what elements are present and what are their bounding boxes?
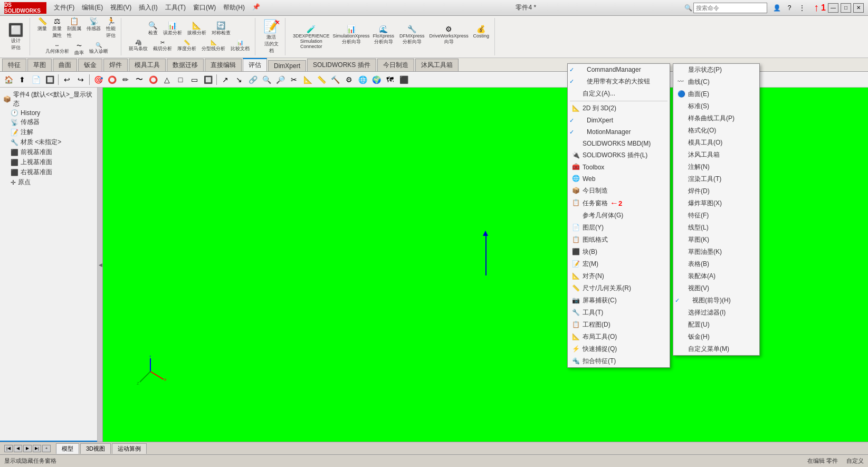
dd-align[interactable]: 📐 对齐(N) <box>568 270 670 282</box>
trim-btn[interactable]: ✂ <box>288 74 300 85</box>
dd-mbd[interactable]: SOLIDWORKS MBD(M) <box>568 138 670 149</box>
restore-button[interactable]: □ <box>841 3 851 13</box>
menu-file[interactable]: 文件(F) <box>51 2 78 13</box>
tab-dimxpert[interactable]: DimXpert <box>268 60 306 71</box>
part-root[interactable]: 📦 零件4 (默认<<默认>_显示状态 <box>2 90 95 109</box>
curvature-btn[interactable]: 〜 曲率 <box>72 41 86 58</box>
sensor-btn[interactable]: 📡 传感器 <box>84 16 103 40</box>
dd2-features[interactable]: 特征(F) <box>673 209 759 222</box>
dd-quicksnap[interactable]: ⚡ 快速捕捉(Q) <box>568 343 670 355</box>
tab-model[interactable]: 模型 <box>56 443 79 454</box>
mass-properties-btn[interactable]: ⚖ 质量属性 <box>50 16 64 40</box>
redo-btn[interactable]: ↪ <box>74 74 87 85</box>
rect-btn[interactable]: □ <box>174 74 187 85</box>
globe2-btn[interactable]: 🌍 <box>370 74 383 85</box>
dd2-sheetmetal[interactable]: 钣金(H) <box>673 331 759 343</box>
nav-next[interactable]: ▶ <box>23 445 32 452</box>
dd-snapfeature[interactable]: 🔩 扣合特征(T) <box>568 355 670 367</box>
design-evaluate-btn[interactable]: 🔲 设计评估 <box>5 21 26 53</box>
menu-insert[interactable]: 插入(I) <box>136 2 160 13</box>
floXpress-btn[interactable]: 🌊 FloXpress分析向导 <box>371 24 397 50</box>
thickness-btn[interactable]: 📏厚度分析 <box>175 39 198 53</box>
costing-btn[interactable]: 💰 Costing <box>471 24 492 50</box>
spline-btn[interactable]: 〜 <box>133 74 146 85</box>
dd2-linestyle[interactable]: 线型(L) <box>673 222 759 234</box>
close-button[interactable]: ✕ <box>853 3 864 13</box>
dd2-select-filter[interactable]: 选择过滤器(I) <box>673 307 759 319</box>
dd-drawing[interactable]: 📋 工程图(D) <box>568 319 670 331</box>
dd-taskpane[interactable]: 📋 任务窗格 ← 2 <box>568 197 670 209</box>
menu-pin[interactable]: 📌 <box>249 2 263 13</box>
dd2-table[interactable]: 表格(B) <box>673 258 759 270</box>
dd2-custom-menu[interactable]: 自定义菜单(M) <box>673 343 759 355</box>
dfmxpress-btn[interactable]: 🔧 DFMXpress分析向导 <box>397 24 427 50</box>
dd-macro[interactable]: 📝 宏(M) <box>568 258 670 270</box>
dd-dimrel[interactable]: 📏 尺寸/几何关系(R) <box>568 282 670 294</box>
tree-annotations[interactable]: 📝 注解 <box>2 127 95 137</box>
line-btn[interactable]: ✏ <box>119 74 132 85</box>
simxpress-btn[interactable]: 📊 SimulationXpress分析向导 <box>333 24 370 50</box>
tab-mold[interactable]: 模具工具 <box>129 59 166 71</box>
tab-surface[interactable]: 曲面 <box>53 59 77 71</box>
tab-sketch[interactable]: 草图 <box>27 59 52 71</box>
dd-sheetformat[interactable]: 📋 图纸格式 <box>568 234 670 246</box>
triangle-btn[interactable]: △ <box>160 74 173 85</box>
3dexp-btn[interactable]: 🧪 3DEXPERIENCESimulationConnector <box>291 24 332 50</box>
view-orient-btn[interactable]: ⬆ <box>16 74 28 85</box>
settings-btn[interactable]: ⚙ <box>342 74 355 85</box>
tab-features[interactable]: 特征 <box>2 59 26 71</box>
tab-3dview[interactable]: 3D视图 <box>80 443 111 454</box>
nav-first[interactable]: |◀ <box>4 445 13 452</box>
dd-web[interactable]: 🌐 Web <box>568 173 670 185</box>
dd2-moldtool[interactable]: 模具工具(O) <box>673 137 759 149</box>
tab-weldment[interactable]: 焊件 <box>103 59 128 71</box>
tree-history[interactable]: 🕐 History <box>2 109 95 117</box>
tree-front-plane[interactable]: ⬛ 前视基准面 <box>2 147 95 157</box>
dd-screencap[interactable]: 📷 屏幕捕获(C) <box>568 294 670 307</box>
nav-add[interactable]: + <box>42 445 51 452</box>
help-button[interactable]: ? <box>784 3 795 13</box>
dd2-surface[interactable]: 🔵曲面(E) <box>673 88 759 100</box>
tab-sw-addon[interactable]: SOLIDWORKS 插件 <box>307 59 376 71</box>
dd2-curve[interactable]: 〰曲线(C) <box>673 76 759 88</box>
dd2-config[interactable]: 配置(U) <box>673 319 759 331</box>
import-diag-btn[interactable]: 🔍 输入诊断 <box>87 41 110 58</box>
new-view-btn[interactable]: 📄 <box>30 74 42 85</box>
tab-directedit[interactable]: 直接编辑 <box>205 59 242 71</box>
status-customize[interactable]: 自定义 <box>846 457 864 465</box>
dd2-annotation[interactable]: 注解(N) <box>673 161 759 173</box>
dd2-weldment[interactable]: 焊件(D) <box>673 185 759 197</box>
deviation-btn[interactable]: 📊误差分析 <box>161 20 184 37</box>
dd-refgeo[interactable]: 参考几何体(G) <box>568 209 670 222</box>
dd2-mufeng[interactable]: 沐风工具箱 <box>673 149 759 161</box>
dd-2dto3d[interactable]: 📐 2D 到 3D(2) <box>568 102 670 115</box>
dim2-btn[interactable]: 📏 <box>315 74 328 85</box>
dd2-spline-tools[interactable]: 样条曲线工具(P) <box>673 112 759 125</box>
dd-dimxpert[interactable]: DimXpert <box>568 115 670 126</box>
section-btn[interactable]: 📋 剖面属性 <box>65 16 83 40</box>
dd-toolbox[interactable]: 🧰 Toolbox <box>568 161 670 173</box>
tab-sheetmetal[interactable]: 钣金 <box>78 59 102 71</box>
dd2-sketch-ink[interactable]: 草图油墨(K) <box>673 246 759 258</box>
zoom-out-btn[interactable]: 🔎 <box>274 74 287 85</box>
dd2-displaystate[interactable]: 显示状态(P) <box>673 64 759 76</box>
panel-collapse-handle[interactable]: ◀ <box>98 88 103 442</box>
tab-today-mfg[interactable]: 今日制造 <box>377 59 414 71</box>
driveworks-btn[interactable]: ⚙ DriveWorksXpress向导 <box>428 24 470 50</box>
geo-analysis-btn[interactable]: ↔ 几何体分析 <box>43 41 71 58</box>
arc2-btn[interactable]: ↘ <box>233 74 245 85</box>
dd2-render-tools[interactable]: 渲染工具(T) <box>673 173 759 185</box>
slot-btn[interactable]: ▭ <box>188 74 201 85</box>
tab-evaluate[interactable]: 评估 <box>243 58 267 71</box>
home-view-btn[interactable]: 🏠 <box>2 74 15 85</box>
dd-sw-addon[interactable]: 🔌 SOLIDWORKS 插件(L) <box>568 149 670 161</box>
select-btn[interactable]: 🎯 <box>92 74 104 85</box>
tree-material[interactable]: 🔧 材质 <未指定> <box>2 137 95 147</box>
tab-mufeng[interactable]: 沐风工具箱 <box>415 59 459 71</box>
nav-last[interactable]: ▶| <box>33 445 41 452</box>
tab-motion[interactable]: 运动算例 <box>112 443 147 454</box>
arc-btn[interactable]: ↗ <box>219 74 232 85</box>
tree-top-plane[interactable]: ⬛ 上视基准面 <box>2 157 95 167</box>
dd2-assembly[interactable]: 装配体(A) <box>673 270 759 282</box>
options-btn[interactable]: ⋮ <box>797 3 807 13</box>
